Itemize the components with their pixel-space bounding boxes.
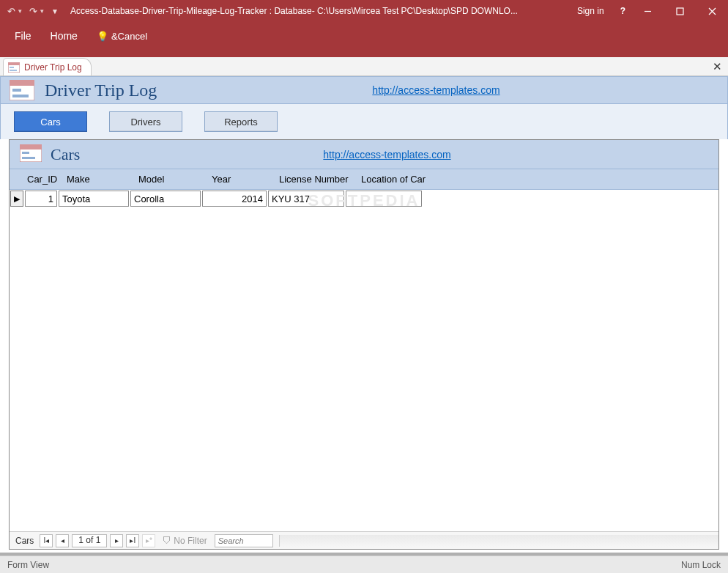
cell-year-input[interactable] [203,191,266,206]
file-tab[interactable]: File [15,30,31,42]
cell-id[interactable] [25,191,57,207]
cell-model-input[interactable] [131,191,200,206]
close-document-icon[interactable]: ✕ [713,60,722,73]
document-tab-label: Driver Trip Log [24,62,82,73]
last-record-icon[interactable]: ▸I [126,534,139,547]
row-selector-icon[interactable]: ▶ [10,191,23,207]
form-header: Driver Trip Log http://access-templates.… [0,76,728,104]
form-link-a[interactable]: http://access-templates.com [372,84,499,96]
subform-column-headers: Car_ID Make Model Year License Number Lo… [10,169,718,190]
form-title: Driver Trip Log [45,81,157,100]
col-header-make[interactable]: Make [64,174,135,185]
form-area: Driver Trip Log http://access-templates.… [0,76,728,550]
recnav-label: Cars [12,536,37,546]
record-search-input[interactable] [215,535,272,547]
svg-rect-13 [20,144,42,149]
cell-model[interactable] [130,191,201,207]
svg-rect-5 [8,62,20,65]
record-navigator: Cars I◂ ◂ 1 of 1 ▸ ▸I ▸* ⛉ No Filter [10,531,718,549]
help-icon[interactable]: ? [620,6,625,16]
subform-link-a[interactable]: http://access-templates.com [323,149,450,160]
undo-icon[interactable]: ↶ [7,6,15,17]
col-header-loc[interactable]: Location of Car [358,174,439,185]
title-bar-right: Sign in ? [571,6,631,16]
first-record-icon[interactable]: I◂ [40,534,53,547]
cell-loc[interactable] [346,191,422,207]
lightbulb-icon: 💡 [97,31,108,42]
redo-more-icon[interactable]: ▾ [40,7,44,15]
quick-access-toolbar: ↶▾ ↷▾ ▼ [0,6,66,17]
record-position[interactable]: 1 of 1 [72,534,107,547]
nav-reports-button[interactable]: Reports [204,111,278,132]
form-icon [8,62,20,73]
document-tab-strip: Driver Trip Log ✕ [0,57,728,76]
close-button[interactable] [696,0,728,22]
title-bar: ↶▾ ↷▾ ▼ Access-Database-Driver-Trip-Mile… [0,0,728,22]
minimize-button[interactable] [631,0,664,22]
subform-title: Cars [51,145,80,164]
redo-icon[interactable]: ↷ [29,6,37,17]
tell-me[interactable]: 💡 &Cancel [97,31,147,42]
svg-rect-11 [12,95,29,97]
cell-lic[interactable] [268,191,344,207]
svg-rect-9 [10,80,34,86]
status-left: Form View [7,560,681,570]
table-row: ▶ [10,190,718,207]
status-bar: Form View Num Lock [0,555,728,573]
col-header-year[interactable]: Year [209,174,276,185]
subform-header-icon [20,144,42,164]
form-link: http://access-templates.com [372,84,499,96]
nav-drivers-button[interactable]: Drivers [109,111,182,132]
cell-loc-input[interactable] [346,191,421,206]
svg-rect-15 [22,157,35,159]
ribbon: File Home 💡 &Cancel [0,22,728,57]
horizontal-scroll-track[interactable] [279,535,718,547]
document-tab[interactable]: Driver Trip Log [3,58,92,75]
cell-lic-input[interactable] [269,191,343,206]
svg-rect-10 [12,89,21,92]
filter-label: No Filter [174,536,207,546]
prev-record-icon[interactable]: ◂ [56,534,69,547]
col-header-lic[interactable]: License Number [276,174,358,185]
subform-frame: Cars http://access-templates.com Car_ID … [9,139,719,550]
undo-more-icon[interactable]: ▾ [18,7,22,15]
col-header-id[interactable]: Car_ID [24,174,64,185]
window-title: Access-Database-Driver-Trip-Mileage-Log-… [66,6,571,16]
svg-rect-14 [22,152,29,154]
svg-rect-1 [677,8,683,15]
home-tab[interactable]: Home [51,30,78,42]
cell-year[interactable] [202,191,267,207]
cell-id-input[interactable] [26,191,56,206]
sign-in-link[interactable]: Sign in [577,6,604,16]
subform-link: http://access-templates.com [323,149,450,160]
record-search[interactable] [215,534,273,547]
svg-rect-6 [10,67,14,68]
next-record-icon[interactable]: ▸ [110,534,123,547]
form-nav: Cars Drivers Reports [0,104,728,139]
subform-body: SOFTPEDIA ▶ [10,190,718,531]
maximize-button[interactable] [664,0,696,22]
cell-make[interactable] [59,191,129,207]
form-header-icon [10,80,34,100]
status-numlock: Num Lock [681,560,721,570]
nav-cars-button[interactable]: Cars [14,111,87,132]
col-header-model[interactable]: Model [135,174,209,185]
tell-me-label: &Cancel [111,31,147,42]
customize-qat-icon[interactable]: ▼ [51,7,59,15]
new-record-icon[interactable]: ▸* [142,534,155,547]
filter-icon: ⛉ [163,536,171,546]
svg-rect-7 [10,70,17,71]
cell-make-input[interactable] [59,191,128,206]
subform-header: Cars http://access-templates.com [10,140,718,169]
filter-status[interactable]: ⛉ No Filter [158,536,211,546]
window-buttons [631,0,728,22]
